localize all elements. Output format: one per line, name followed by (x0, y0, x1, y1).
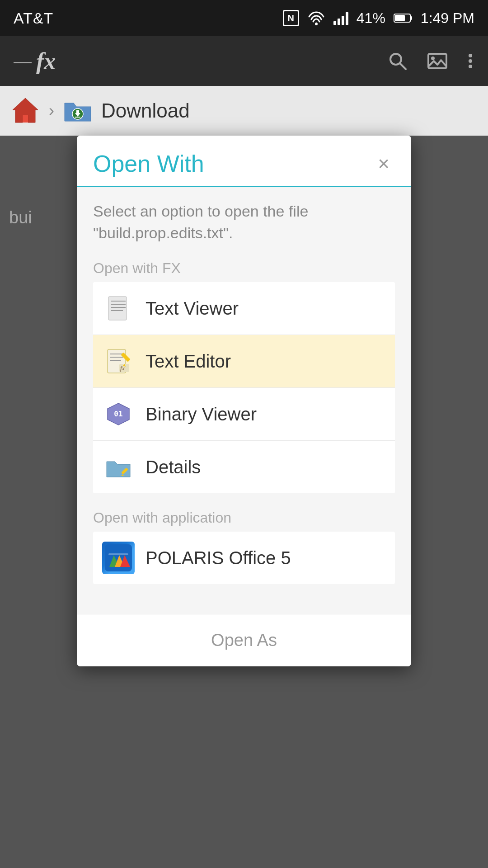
app-options-list: POLARIS Office 5 (93, 532, 395, 584)
svg-rect-37 (108, 553, 128, 555)
binary-viewer-label: Binary Viewer (145, 404, 257, 425)
svg-rect-16 (108, 297, 127, 320)
gallery-icon[interactable] (427, 50, 448, 72)
option-text-editor[interactable]: fx Text Editor (93, 335, 395, 388)
option-binary-viewer[interactable]: 01 Binary Viewer (93, 388, 395, 441)
binary-viewer-icon: 01 (102, 398, 135, 430)
time-label: 1:49 PM (421, 10, 474, 27)
nfc-icon: N (283, 10, 299, 26)
svg-rect-12 (23, 115, 28, 123)
svg-text:01: 01 (114, 410, 122, 418)
details-icon (102, 451, 135, 483)
more-options-icon[interactable] (466, 50, 474, 72)
breadcrumb-chevron: › (49, 101, 54, 120)
logo-dash: — (14, 51, 32, 71)
svg-rect-3 (395, 15, 405, 21)
svg-point-0 (315, 23, 318, 25)
carrier-label: AT&T (14, 9, 53, 27)
polaris-icon (102, 542, 135, 574)
option-details[interactable]: Details (93, 441, 395, 493)
app-bar-logo: — fx (14, 48, 56, 75)
text-editor-label: Text Editor (145, 351, 231, 372)
svg-point-7 (431, 57, 435, 60)
svg-rect-6 (428, 54, 446, 68)
battery-icon (394, 13, 413, 24)
logo-fx: fx (36, 48, 56, 75)
breadcrumb-bar: › Download (0, 86, 488, 136)
dialog-header: Open With × (77, 136, 411, 187)
fx-options-list: Text Viewer fx (93, 282, 395, 493)
option-text-viewer[interactable]: Text Viewer (93, 282, 395, 335)
svg-line-5 (400, 63, 406, 69)
text-viewer-label: Text Viewer (145, 298, 239, 319)
signal-icon (333, 11, 348, 25)
polaris-label: POLARIS Office 5 (145, 548, 291, 568)
close-button[interactable]: × (372, 152, 395, 175)
app-bar-actions (387, 50, 474, 72)
download-folder-icon (61, 94, 94, 127)
section-fx-label: Open with FX (93, 260, 395, 277)
search-icon[interactable] (387, 50, 408, 72)
dialog-subtitle: Select an option to open the file "build… (93, 201, 395, 244)
status-bar: AT&T N 41% 1:49 PM (0, 0, 488, 36)
wifi-icon (307, 10, 325, 26)
details-label: Details (145, 457, 201, 477)
dialog-body: Select an option to open the file "build… (77, 187, 411, 614)
open-with-dialog: Open With × Select an option to open the… (77, 136, 411, 666)
battery-label: 41% (357, 10, 385, 27)
text-viewer-icon (102, 292, 135, 325)
open-as-button[interactable]: Open As (77, 614, 411, 666)
svg-point-10 (469, 65, 472, 68)
svg-rect-2 (410, 16, 412, 20)
svg-point-8 (469, 54, 472, 57)
breadcrumb-folder-name: Download (101, 99, 190, 122)
section-app-label: Open with application (93, 509, 395, 526)
svg-point-9 (469, 59, 472, 63)
text-editor-icon: fx (102, 345, 135, 377)
svg-text:fx: fx (120, 365, 125, 372)
status-right: N 41% 1:49 PM (283, 10, 474, 27)
app-bar: — fx (0, 36, 488, 86)
dialog-title: Open With (93, 150, 204, 177)
option-polaris[interactable]: POLARIS Office 5 (93, 532, 395, 584)
bg-partial-text: bui (9, 208, 32, 227)
home-icon[interactable] (9, 94, 42, 127)
